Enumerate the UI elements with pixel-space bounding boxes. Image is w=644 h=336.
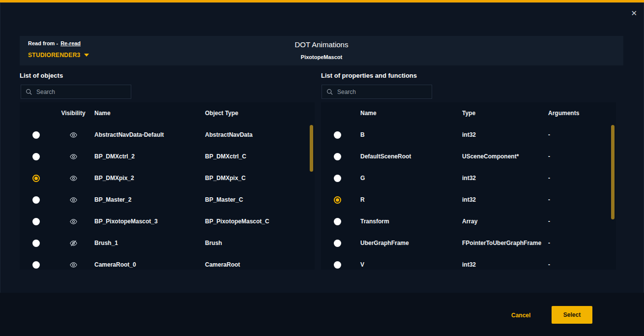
property-type-cell: Array xyxy=(462,218,548,225)
scrollbar-thumb[interactable] xyxy=(310,125,313,172)
object-type-cell: AbstractNavData xyxy=(205,131,315,138)
property-name-cell: UberGraphFrame xyxy=(353,240,462,246)
row-radio[interactable] xyxy=(334,153,341,160)
column-header-visibility: Visibility xyxy=(52,110,94,117)
row-radio[interactable] xyxy=(32,131,40,139)
property-type-cell: USceneComponent* xyxy=(462,153,548,160)
property-type-cell: int32 xyxy=(462,261,548,268)
table-row[interactable]: CameraRoot_0CameraRoot xyxy=(20,254,315,270)
property-arguments-cell: - xyxy=(548,131,616,138)
visibility-eye-icon[interactable] xyxy=(69,153,78,161)
property-type-cell: int32 xyxy=(462,131,548,138)
property-arguments-cell: - xyxy=(548,153,616,160)
row-radio[interactable] xyxy=(334,131,341,139)
properties-table-header: Name Type Arguments xyxy=(321,102,616,124)
row-radio[interactable] xyxy=(334,261,341,269)
table-row[interactable]: BP_Master_2BP_Master_C xyxy=(20,189,315,211)
radio-cell xyxy=(321,240,353,247)
column-header-arguments: Arguments xyxy=(548,110,616,117)
property-arguments-cell: - xyxy=(548,196,616,203)
row-radio[interactable] xyxy=(32,240,40,247)
property-name-cell: Transform xyxy=(353,218,462,225)
object-name-cell: Brush_1 xyxy=(94,240,205,246)
radio-dot xyxy=(336,198,339,202)
object-name-cell: AbstractNavData-Default xyxy=(94,131,205,138)
objects-table: Visibility Name Object Type AbstractNavD… xyxy=(20,102,315,270)
property-type-cell: int32 xyxy=(462,196,548,203)
column-header-name: Name xyxy=(353,110,462,117)
row-radio[interactable] xyxy=(32,261,40,269)
table-row[interactable]: TransformArray- xyxy=(321,211,616,232)
radio-dot xyxy=(34,177,38,180)
table-row[interactable]: Bint32- xyxy=(321,124,616,146)
visibility-eye-off-icon[interactable] xyxy=(69,239,78,247)
scrollbar-thumb[interactable] xyxy=(611,125,615,219)
visibility-eye-icon[interactable] xyxy=(69,196,78,204)
row-radio[interactable] xyxy=(32,218,40,225)
object-name-cell: BP_PixotopeMascot_3 xyxy=(94,218,205,225)
search-icon xyxy=(326,89,333,95)
row-radio[interactable] xyxy=(334,240,341,247)
radio-cell xyxy=(20,175,52,182)
object-name-cell: BP_DMXpix_2 xyxy=(94,175,205,182)
objects-search-box[interactable] xyxy=(21,85,131,99)
visibility-eye-icon[interactable] xyxy=(69,261,78,269)
radio-cell xyxy=(20,218,52,225)
visibility-eye-icon[interactable] xyxy=(69,131,78,139)
visibility-eye-icon[interactable] xyxy=(69,217,78,226)
dialog-title: DOT Animations xyxy=(20,40,623,49)
properties-panel-heading: List of properties and functions xyxy=(321,72,417,79)
close-icon[interactable]: ✕ xyxy=(631,9,637,17)
column-header-name: Name xyxy=(94,110,205,117)
property-name-cell: B xyxy=(353,131,462,138)
object-name-cell: BP_Master_2 xyxy=(94,196,205,203)
radio-cell xyxy=(20,196,52,204)
row-radio[interactable] xyxy=(334,218,341,225)
object-name-cell: CameraRoot_0 xyxy=(94,261,205,268)
property-arguments-cell: - xyxy=(548,240,616,246)
object-name-cell: BP_DMXctrl_2 xyxy=(94,153,205,160)
table-row[interactable]: Rint32- xyxy=(321,189,616,211)
radio-cell xyxy=(321,175,353,182)
property-arguments-cell: - xyxy=(548,218,616,225)
table-row[interactable]: Vint32- xyxy=(321,254,616,270)
table-row[interactable]: AbstractNavData-DefaultAbstractNavData xyxy=(20,124,315,146)
properties-search-input[interactable] xyxy=(337,89,427,95)
visibility-cell xyxy=(52,239,94,247)
object-type-cell: CameraRoot xyxy=(205,261,315,268)
property-name-cell: DefaultSceneRoot xyxy=(353,153,462,160)
footer-band xyxy=(0,293,644,336)
table-row[interactable]: BP_DMXctrl_2BP_DMXctrl_C xyxy=(20,146,315,167)
row-radio[interactable] xyxy=(32,153,40,160)
radio-cell xyxy=(20,240,52,247)
row-radio[interactable] xyxy=(32,175,40,182)
row-radio[interactable] xyxy=(32,196,40,204)
row-radio[interactable] xyxy=(334,196,341,204)
property-type-cell: FPointerToUberGraphFrame xyxy=(462,240,548,246)
visibility-cell xyxy=(52,131,94,139)
column-header-type: Type xyxy=(462,110,548,117)
object-type-cell: BP_DMXpix_C xyxy=(205,175,315,182)
dialog-subtitle: PixotopeMascot xyxy=(20,54,623,60)
table-row[interactable]: Gint32- xyxy=(321,167,616,189)
cancel-button[interactable]: Cancel xyxy=(511,312,530,319)
radio-cell xyxy=(321,153,353,160)
table-row[interactable]: DefaultSceneRootUSceneComponent*- xyxy=(321,146,616,167)
table-row[interactable]: BP_DMXpix_2BP_DMXpix_C xyxy=(20,167,315,189)
objects-table-header: Visibility Name Object Type xyxy=(20,102,315,124)
select-button[interactable]: Select xyxy=(552,306,592,324)
visibility-eye-icon[interactable] xyxy=(69,174,78,183)
column-header-object-type: Object Type xyxy=(205,110,315,117)
objects-search-input[interactable] xyxy=(36,89,126,95)
radio-cell xyxy=(321,131,353,139)
row-radio[interactable] xyxy=(334,175,341,182)
properties-search-box[interactable] xyxy=(322,85,432,99)
object-type-cell: Brush xyxy=(205,240,315,246)
radio-cell xyxy=(321,261,353,269)
table-row[interactable]: UberGraphFrameFPointerToUberGraphFrame- xyxy=(321,232,616,254)
radio-cell xyxy=(321,196,353,204)
object-type-cell: BP_Master_C xyxy=(205,196,315,203)
table-row[interactable]: Brush_1Brush xyxy=(20,232,315,254)
radio-cell xyxy=(20,153,52,160)
table-row[interactable]: BP_PixotopeMascot_3BP_PixotopeMascot_C xyxy=(20,211,315,232)
